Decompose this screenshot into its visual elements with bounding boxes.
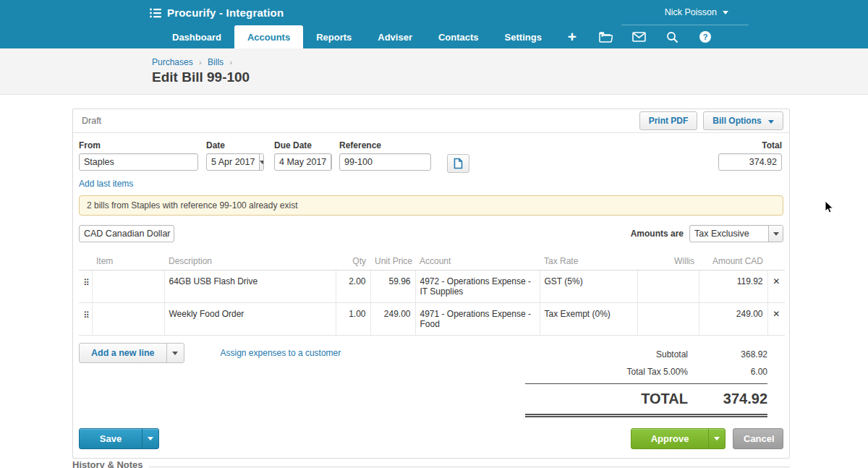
amount-cell[interactable]: 119.92 xyxy=(699,271,767,303)
total-tax-label: Total Tax 5.00% xyxy=(627,367,689,377)
qty-cell[interactable]: 2.00 xyxy=(336,271,370,303)
reference-field[interactable] xyxy=(339,153,431,171)
approve-label: Approve xyxy=(631,429,708,448)
col-willis: Willis xyxy=(637,252,699,271)
folder-icon[interactable] xyxy=(598,30,613,44)
svg-text:?: ? xyxy=(703,33,708,41)
bill-options-button[interactable]: Bill Options xyxy=(703,111,783,130)
currency-select[interactable]: CAD Canadian Dollar xyxy=(79,225,174,242)
item-cell[interactable] xyxy=(92,303,164,336)
table-row: ⠿ Weekly Food Order 1.00 249.00 4971 - O… xyxy=(79,303,785,336)
total-tax-value: 6.00 xyxy=(688,367,767,377)
cancel-button[interactable]: Cancel xyxy=(733,428,783,449)
assign-expenses-link[interactable]: Assign expenses to a customer xyxy=(221,348,341,358)
drag-handle-icon[interactable]: ⠿ xyxy=(79,271,92,303)
currency-row: CAD Canadian Dollar Amounts are Tax Excl… xyxy=(79,225,783,242)
date-field[interactable]: 5 Apr 2017 xyxy=(206,153,264,171)
history-notes-heading: History & Notes xyxy=(72,459,149,468)
page: Procurify - Integration Nick Poisson Das… xyxy=(0,0,868,468)
col-item: Item xyxy=(92,252,164,271)
line-items-table: Item Description Qty Unit Price Account … xyxy=(79,252,785,336)
bill-card: Draft Print PDF Bill Options From Date xyxy=(72,109,790,459)
chevron-down-icon xyxy=(773,232,779,236)
history-notes-section: History & Notes xyxy=(72,459,790,468)
mail-icon[interactable] xyxy=(631,30,646,44)
col-qty: Qty xyxy=(336,252,370,271)
add-last-items-link[interactable]: Add last items xyxy=(79,179,133,189)
subtotal-value: 368.92 xyxy=(688,349,767,359)
plus-icon[interactable]: + xyxy=(565,30,579,44)
app-title: Procurify - Integration xyxy=(167,7,284,19)
chevron-down-icon xyxy=(172,352,178,355)
willis-cell[interactable] xyxy=(637,271,699,303)
account-cell[interactable]: 4971 - Operations Expense - Food xyxy=(415,303,540,336)
amounts-are-value: Tax Exclusive xyxy=(690,226,768,242)
drag-handle-icon[interactable]: ⠿ xyxy=(79,303,92,336)
print-pdf-button[interactable]: Print PDF xyxy=(639,111,698,130)
org-menu[interactable]: Procurify - Integration xyxy=(150,7,284,19)
status-badge: Draft xyxy=(82,116,101,126)
approve-dropdown-button[interactable] xyxy=(708,429,725,448)
date-value: 5 Apr 2017 xyxy=(207,154,259,170)
mouse-cursor xyxy=(825,200,834,217)
col-amount: Amount CAD xyxy=(699,252,767,271)
amounts-are-label: Amounts are xyxy=(631,229,684,239)
due-date-field[interactable]: 4 May 2017 xyxy=(274,153,332,171)
add-line-dropdown-button[interactable] xyxy=(166,344,184,362)
col-description: Description xyxy=(164,252,336,271)
total-field[interactable] xyxy=(718,153,782,171)
description-cell[interactable]: Weekly Food Order xyxy=(164,303,336,336)
col-unit-price: Unit Price xyxy=(370,252,415,271)
willis-cell[interactable] xyxy=(637,303,699,336)
delete-row-icon[interactable]: ✕ xyxy=(767,271,785,303)
tab-settings[interactable]: Settings xyxy=(492,25,555,48)
amounts-are-select[interactable]: Tax Exclusive xyxy=(689,225,783,242)
breadcrumb-sep-icon: › xyxy=(199,58,202,67)
account-cell[interactable]: 4972 - Operations Expense - IT Supplies xyxy=(415,271,540,303)
chevron-down-icon xyxy=(714,437,720,441)
tab-adviser[interactable]: Adviser xyxy=(365,25,425,48)
tax-rate-cell[interactable]: GST (5%) xyxy=(540,271,637,303)
add-new-line-label: Add a new line xyxy=(80,344,166,362)
save-dropdown-button[interactable] xyxy=(142,429,158,448)
save-button[interactable]: Save xyxy=(79,428,159,449)
main-nav-bar: Dashboard Accounts Reports Adviser Conta… xyxy=(0,25,868,48)
description-cell[interactable]: 64GB USB Flash Drive xyxy=(164,271,336,303)
tax-rate-cell[interactable]: Tax Exempt (0%) xyxy=(540,303,637,336)
attach-file-button[interactable] xyxy=(447,154,469,173)
unit-price-cell[interactable]: 249.00 xyxy=(370,303,415,336)
due-date-label: Due Date xyxy=(274,140,332,150)
delete-row-icon[interactable]: ✕ xyxy=(767,303,785,336)
tab-accounts[interactable]: Accounts xyxy=(234,25,303,48)
add-new-line-button[interactable]: Add a new line xyxy=(79,343,184,363)
approve-button[interactable]: Approve xyxy=(631,428,726,449)
item-cell[interactable] xyxy=(92,271,164,303)
qty-cell[interactable]: 1.00 xyxy=(336,303,370,336)
user-name: Nick Poisson xyxy=(665,7,717,17)
from-field[interactable] xyxy=(79,153,198,171)
bill-fields-row: From Date 5 Apr 2017 Due Date 4 May 2017 xyxy=(79,140,783,173)
unit-price-cell[interactable]: 59.96 xyxy=(370,271,415,303)
breadcrumb-purchases[interactable]: Purchases xyxy=(152,57,193,67)
search-icon[interactable] xyxy=(665,30,679,44)
totals-double-rule xyxy=(525,414,767,417)
top-header-bar: Procurify - Integration Nick Poisson xyxy=(0,0,868,25)
tab-dashboard[interactable]: Dashboard xyxy=(159,25,234,48)
tab-contacts[interactable]: Contacts xyxy=(425,25,492,48)
due-date-dropdown-button[interactable] xyxy=(331,154,332,170)
date-dropdown-button[interactable] xyxy=(259,154,264,170)
due-date-value: 4 May 2017 xyxy=(275,154,331,170)
amounts-are-dropdown-button[interactable] xyxy=(768,226,783,242)
tab-reports[interactable]: Reports xyxy=(303,25,365,48)
col-account: Account xyxy=(415,252,540,271)
help-icon[interactable]: ? xyxy=(698,30,712,44)
reference-label: Reference xyxy=(339,140,431,150)
user-menu[interactable]: Nick Poisson xyxy=(621,0,749,25)
nav-tabs: Dashboard Accounts Reports Adviser Conta… xyxy=(159,25,555,48)
action-bar: Save Approve Cancel xyxy=(73,422,789,458)
chevron-down-icon xyxy=(331,161,332,164)
table-header-row: Item Description Qty Unit Price Account … xyxy=(79,252,785,271)
grand-total-value: 374.92 xyxy=(688,391,767,407)
amount-cell[interactable]: 249.00 xyxy=(699,303,767,336)
breadcrumb-bills[interactable]: Bills xyxy=(208,57,224,67)
